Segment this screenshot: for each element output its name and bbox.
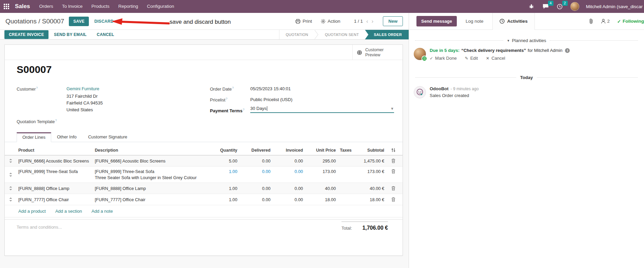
table-footer-links: Add a product Add a section Add a note: [5, 205, 403, 217]
order-line-row[interactable]: [FURN_8999] Three-Seat Sofa [FURN_8999] …: [5, 167, 403, 183]
cell-invoiced: 0.00: [271, 158, 303, 164]
followers-count: 2: [607, 19, 609, 24]
odoobot-avatar: [414, 86, 426, 98]
info-icon[interactable]: i: [565, 48, 570, 53]
customer-link[interactable]: Gemini Furniture: [66, 86, 99, 91]
send-by-email-button[interactable]: SEND BY EMAIL: [49, 30, 91, 39]
save-button[interactable]: SAVE: [69, 17, 89, 26]
trash-icon[interactable]: [384, 197, 403, 202]
order-line-row[interactable]: [FURN_7777] Office Chair [FURN_7777] Off…: [5, 194, 403, 205]
total-value: 1,706.00 €: [362, 225, 388, 231]
user-avatar[interactable]: [570, 2, 579, 11]
add-a-note-link[interactable]: Add a note: [92, 209, 113, 214]
message-item: OdooBot - 9 minutes ago Sales Order crea…: [409, 80, 644, 98]
user-name[interactable]: Mitchell Admin (save_discar: [586, 4, 643, 9]
step-sales-order[interactable]: SALES ORDER: [365, 30, 409, 39]
print-button[interactable]: Print: [295, 19, 312, 24]
planned-activities-toggle[interactable]: ▼ Planned activities: [503, 38, 549, 43]
customer-preview-button[interactable]: Customer Preview: [352, 45, 403, 60]
menu-orders[interactable]: Orders: [35, 0, 57, 13]
order-line-row[interactable]: [FURN_8888] Office Lamp [FURN_8888] Offi…: [5, 183, 403, 194]
order-date-value[interactable]: 05/25/2023 15:40:01: [250, 86, 291, 91]
trash-icon[interactable]: [384, 158, 403, 163]
table-header-row: Product Description Quantity Delivered I…: [5, 145, 403, 155]
cell-delivered: 0.00: [237, 158, 271, 164]
cell-description: [FURN_8999] Three-Seat Sofa: [95, 169, 207, 174]
following-check-icon: ✓: [617, 19, 621, 24]
followers-button[interactable]: 2: [601, 19, 609, 24]
add-a-section-link[interactable]: Add a section: [55, 209, 82, 214]
header-invoiced: Invoiced: [271, 148, 303, 153]
printer-icon: [295, 19, 300, 24]
mark-done-button[interactable]: ✓ Mark Done: [430, 56, 457, 61]
customer-preview-label: Customer Preview: [365, 47, 398, 58]
discard-button[interactable]: DISCARD: [94, 19, 114, 24]
add-a-product-link[interactable]: Add a product: [18, 209, 46, 214]
gear-icon: [321, 19, 326, 24]
step-separator-icon: [314, 30, 319, 39]
drag-handle-icon[interactable]: [5, 186, 17, 190]
cell-product: [FURN_7777] Office Chair: [17, 197, 95, 202]
pricelist-label: Pricelist?: [210, 97, 228, 102]
debug-bug-icon[interactable]: [528, 3, 535, 10]
cell-product: [FURN_6666] Acoustic Bloc Screens: [17, 158, 95, 164]
send-message-button[interactable]: Send message: [416, 16, 457, 26]
edit-activity-button[interactable]: ✎ Edit: [465, 56, 478, 61]
order-date-label: Order Date?: [210, 86, 234, 92]
status-pipeline: QUOTATION QUOTATION SENT SALES ORDER: [279, 30, 409, 39]
drag-handle-icon[interactable]: [5, 159, 17, 163]
messages-icon[interactable]: 4: [542, 3, 549, 10]
menu-products[interactable]: Products: [87, 0, 114, 13]
today-divider: Today: [415, 75, 638, 80]
pricelist-value[interactable]: Public Pricelist (USD): [250, 97, 292, 102]
menu-reporting[interactable]: Reporting: [114, 0, 143, 13]
print-label: Print: [303, 19, 312, 24]
cell-unit-price: 295.00: [303, 158, 336, 164]
message-author: OdooBot: [430, 86, 449, 91]
collapse-caret-icon: ▼: [507, 39, 510, 42]
cell-quantity: 1.00: [207, 197, 237, 202]
menu-to-invoice[interactable]: To Invoice: [58, 0, 87, 13]
cancel-activity-button[interactable]: ✕ Cancel: [486, 56, 505, 61]
breadcrumb[interactable]: Quotations / S00007: [0, 18, 64, 25]
activities-clock-icon[interactable]: 2: [556, 3, 564, 10]
log-note-button[interactable]: Log note: [466, 19, 484, 24]
cell-description: [FURN_8888] Office Lamp: [95, 186, 207, 191]
trash-icon[interactable]: [384, 186, 403, 191]
globe-icon: [357, 50, 362, 55]
cancel-button[interactable]: CANCEL: [92, 30, 119, 39]
app-name[interactable]: Sales: [13, 3, 35, 10]
tab-order-lines[interactable]: Order Lines: [17, 132, 51, 142]
cell-description: [FURN_6666] Acoustic Bloc Screens: [95, 158, 207, 164]
header-subtotal: Subtotal: [358, 148, 384, 153]
step-quotation-sent[interactable]: QUOTATION SENT: [319, 30, 365, 39]
action-button[interactable]: Action: [321, 19, 340, 24]
dropdown-caret-icon[interactable]: ▼: [390, 107, 394, 111]
following-button[interactable]: ✓ Following: [617, 19, 644, 24]
step-quotation[interactable]: QUOTATION: [279, 30, 314, 39]
help-marker: ?: [243, 108, 245, 111]
pager-prev-icon[interactable]: ‹: [366, 18, 368, 24]
new-button[interactable]: New: [383, 16, 403, 26]
tab-other-info[interactable]: Other Info: [51, 132, 82, 142]
header-taxes: Taxes: [336, 148, 358, 153]
menu-configuration[interactable]: Configuration: [142, 0, 178, 13]
text-caret: [267, 106, 267, 111]
chatter-panel: Send message Log note Activities 2 ✓ Fol…: [409, 13, 644, 268]
header-unit-price: Unit Price: [303, 148, 336, 153]
trash-icon[interactable]: [384, 167, 403, 176]
payment-terms-input[interactable]: 30 Days ▼: [250, 106, 394, 113]
drag-handle-icon[interactable]: [5, 173, 17, 177]
tab-customer-signature[interactable]: Customer Signature: [82, 132, 133, 142]
cell-subtotal: 1,475.00 €: [358, 158, 384, 164]
apps-menu-icon[interactable]: [0, 0, 13, 13]
drag-handle-icon[interactable]: [5, 197, 17, 202]
create-invoice-button[interactable]: CREATE INVOICE: [4, 30, 48, 39]
order-line-row[interactable]: [FURN_6666] Acoustic Bloc Screens [FURN_…: [5, 155, 403, 167]
pager-next-icon[interactable]: ›: [372, 18, 374, 24]
customer-label: Customer?: [17, 86, 38, 92]
activities-button[interactable]: Activities: [492, 13, 535, 30]
optional-columns-icon[interactable]: [384, 148, 403, 152]
terms-and-conditions-input[interactable]: Terms and conditions...: [17, 225, 62, 230]
paperclip-icon[interactable]: [589, 18, 593, 24]
